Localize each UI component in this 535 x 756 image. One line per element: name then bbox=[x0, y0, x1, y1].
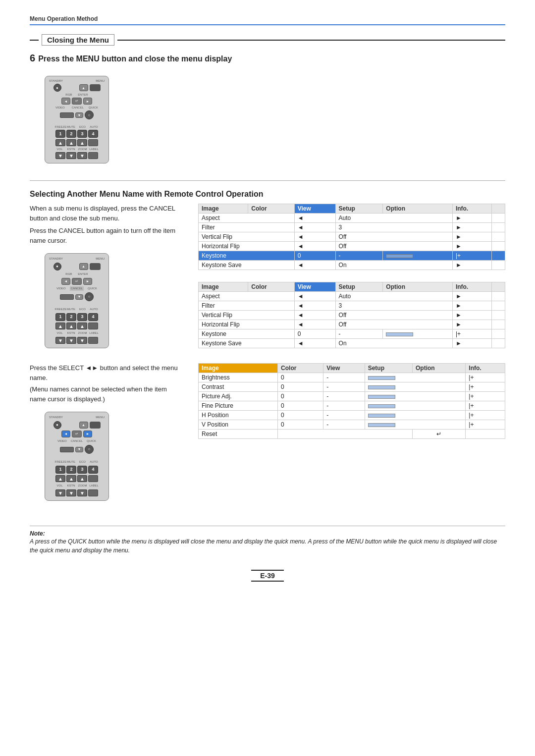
row-hflip-value: Off bbox=[335, 242, 452, 251]
standby-label-2: STANDBY bbox=[49, 257, 63, 261]
dpad-enter-2: ↵ bbox=[72, 278, 82, 285]
dpad-down-3: ▼ bbox=[75, 447, 83, 452]
table-row: Brightness 0 - |+ bbox=[199, 373, 505, 382]
row-filter-arrow-left: ◄ bbox=[294, 223, 335, 232]
row2-hflip-value: Off bbox=[335, 320, 452, 329]
row-hflip-arrow-left: ◄ bbox=[294, 242, 335, 251]
para4: (Menu names cannot be selected when the … bbox=[30, 384, 183, 404]
btn-1: 1 bbox=[55, 130, 65, 138]
video-label-3: VIDEO bbox=[57, 439, 67, 443]
remote-row-2-4: ▼ ○ bbox=[60, 292, 94, 301]
menu-table-3: Image Color View Setup Option Info. Brig… bbox=[198, 363, 505, 439]
section1-title: Closing the Menu bbox=[42, 34, 114, 46]
row2-filter-arrow-right: ► bbox=[452, 301, 491, 311]
video-btn-3 bbox=[60, 447, 74, 452]
zoom-label: ZOOM bbox=[78, 148, 88, 151]
video-label: VIDEO bbox=[55, 106, 65, 109]
tab-option-1: Option bbox=[383, 204, 453, 214]
num-row: 1 2 3 4 bbox=[55, 130, 98, 138]
btn-4: 4 bbox=[88, 130, 98, 138]
enter-label: ENTER bbox=[78, 93, 88, 96]
row3-finepic-label: Fine Picture bbox=[199, 401, 278, 411]
menu-label-2: MENU bbox=[96, 257, 105, 261]
remote-row-2-1: ● ▲ bbox=[54, 263, 101, 270]
row2-keystonesave-label: Keystone Save bbox=[199, 339, 295, 348]
arrow-up-2-1: ▲ bbox=[55, 323, 65, 329]
remote-row-3-2: ◄ ↵ ► bbox=[61, 431, 92, 437]
row2-hflip-arrow-right: ► bbox=[452, 320, 491, 329]
quick-btn: ○ bbox=[85, 110, 94, 119]
row3-brightness-slider bbox=[365, 373, 466, 382]
row2-aspect-arrow-right: ► bbox=[452, 292, 491, 301]
arrow-down-1: ▼ bbox=[55, 152, 65, 159]
row-vflip-value: Off bbox=[335, 232, 452, 242]
arrow-up-3-3: ▲ bbox=[77, 475, 87, 482]
cancel-label-1: CANCEL bbox=[72, 106, 84, 109]
row3-vpos-plus: |+ bbox=[466, 420, 505, 430]
section1-heading: Closing the Menu bbox=[30, 34, 505, 46]
row-keystonesave-value: On bbox=[335, 261, 452, 270]
menu-up-btn-3: ▲ bbox=[79, 422, 88, 429]
row2-vflip-label: Vertical Flip bbox=[199, 311, 295, 320]
row-keystone-plus: |+ bbox=[452, 251, 491, 261]
tab-info-3: Info. bbox=[466, 364, 505, 373]
note-label: Note: bbox=[30, 530, 45, 537]
arrow-row-3-2: ▼ ▼ ▼ bbox=[55, 489, 98, 496]
vol-label: VOL bbox=[55, 148, 65, 151]
row-vflip-arrow-right: ► bbox=[452, 232, 491, 242]
tab-image-3: Image bbox=[199, 364, 278, 373]
auto-label-3: AUTO bbox=[89, 460, 99, 464]
row3-contrast-plus: |+ bbox=[466, 382, 505, 392]
row3-contrast-dash: - bbox=[323, 382, 365, 392]
tab-image-2: Image bbox=[199, 282, 248, 292]
step-number: 6 bbox=[30, 53, 35, 63]
row3-contrast-slider bbox=[365, 382, 466, 392]
remote-row-3-3: VIDEO CANCEL QUICK bbox=[57, 439, 96, 443]
arrow-row-1: ▲ ▲ ▲ bbox=[55, 139, 98, 146]
two-col-block-2: Press the SELECT ◄► button and select th… bbox=[30, 363, 505, 506]
blank-btn-2 bbox=[88, 152, 98, 159]
label-label-2: LABEL bbox=[89, 331, 99, 335]
table-row: Vertical Flip ◄ Off ► bbox=[199, 311, 505, 320]
arrow-up-1: ▲ bbox=[55, 139, 65, 146]
row2-keystonesave-value: On bbox=[335, 339, 452, 348]
btn-4-2: 4 bbox=[88, 313, 98, 321]
row-hflip-arrow-right: ► bbox=[452, 242, 491, 251]
remote-row-1: ● ▲ bbox=[54, 84, 101, 92]
dpad-down: ▼ bbox=[75, 112, 83, 118]
row2-aspect-arrow-left: ◄ bbox=[294, 292, 335, 301]
btn-2-2: 2 bbox=[66, 313, 76, 321]
quick-label-2: QUICK bbox=[88, 286, 97, 291]
row3-finepic-plus: |+ bbox=[466, 401, 505, 411]
table-row: Horizontal Flip ◄ Off ► bbox=[199, 320, 505, 329]
labels-row-2: VOL KSTN ZOOM LABEL bbox=[55, 148, 99, 151]
arrow-up-2: ▲ bbox=[66, 139, 76, 146]
arrow-up-3-2: ▲ bbox=[66, 475, 76, 482]
btn-3: 3 bbox=[77, 130, 87, 138]
row3-finepic-val: 0 bbox=[278, 401, 323, 411]
tab-color-3: Color bbox=[278, 364, 323, 373]
cancel-label-2: CANCEL bbox=[70, 286, 84, 291]
quick-label-3: QUICK bbox=[87, 439, 96, 443]
dpad-left: ◄ bbox=[61, 98, 70, 105]
kstn-label-2: KSTN bbox=[66, 331, 76, 335]
remote-control-2: STANDBY MENU ● ▲ RGB ENTER ◄ ↵ ► bbox=[45, 253, 109, 348]
tab-view-3: View bbox=[323, 364, 365, 373]
row-filter-value: 3 bbox=[335, 223, 452, 232]
row-filter-arrow-right: ► bbox=[452, 223, 491, 232]
remote-top-row: STANDBY MENU bbox=[48, 79, 106, 82]
remote-row-3: VIDEO CANCEL QUICK bbox=[55, 106, 98, 109]
row2-keystonesave-arrow-right: ► bbox=[452, 339, 491, 348]
btn-4-3: 4 bbox=[88, 466, 98, 474]
tab-info-1: Info. bbox=[452, 204, 491, 214]
video-btn bbox=[60, 112, 74, 118]
table-row: Contrast 0 - |+ bbox=[199, 382, 505, 392]
table-row-keystone-1: Keystone 0 - |+ bbox=[199, 251, 505, 261]
row3-picadj-val: 0 bbox=[278, 392, 323, 401]
menu-btn bbox=[90, 84, 101, 91]
note-section: Note: A press of the QUICK button while … bbox=[30, 526, 505, 555]
row2-hflip-arrow-left: ◄ bbox=[294, 320, 335, 329]
blank-btn-2-2 bbox=[88, 337, 98, 344]
labels-row-2-2: VOL KSTN ZOOM LABEL bbox=[55, 331, 99, 335]
standby-label: STANDBY bbox=[49, 79, 63, 82]
